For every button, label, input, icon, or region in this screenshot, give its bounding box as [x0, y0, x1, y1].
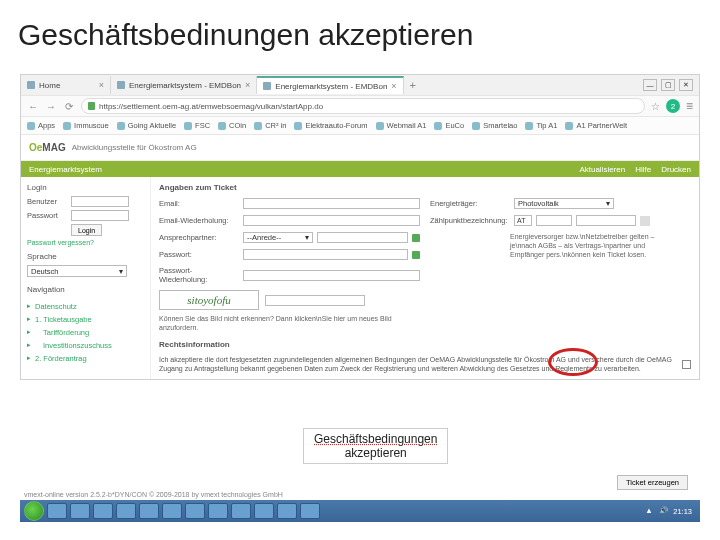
sidebar-item-data[interactable]: Datenschutz — [27, 300, 144, 313]
bookmark-label: FSC — [195, 121, 210, 130]
chevron-down-icon: ▾ — [119, 267, 123, 276]
language-select[interactable]: Deutsch▾ — [27, 265, 127, 277]
forward-button[interactable]: → — [45, 100, 57, 112]
chevron-down-icon: ▾ — [606, 199, 610, 208]
window-max-button[interactable]: ▢ — [661, 79, 675, 91]
tab-home[interactable]: Home× — [21, 76, 111, 94]
menu-icon[interactable]: ≡ — [686, 99, 693, 113]
window-min-button[interactable]: — — [643, 79, 657, 91]
taskbar-item[interactable] — [116, 503, 136, 519]
bookmark-label: Webmail A1 — [387, 121, 427, 130]
select-energietraeger[interactable]: Photovoltaik▾ — [514, 198, 614, 209]
browser-window: Home× Energiemarktsystem - EMDBon× Energ… — [20, 74, 700, 380]
tab-emd2-active[interactable]: Energiemarktsystem - EMDBon× — [257, 76, 403, 94]
taskbar-item[interactable] — [93, 503, 113, 519]
valid-icon — [412, 251, 420, 259]
bookmark-item[interactable]: Elektraauto-Forum — [294, 121, 367, 130]
url-input[interactable]: https://settlement.oem-ag.at/emwebsoemag… — [81, 98, 645, 114]
taskbar-item[interactable] — [277, 503, 297, 519]
label-pass: Passwort — [27, 211, 67, 220]
input-ticket-pass[interactable] — [243, 249, 408, 260]
link-print[interactable]: Drucken — [661, 165, 691, 174]
select-anrede[interactable]: --Anrede--▾ — [243, 232, 313, 243]
tray-icon[interactable]: ▲ — [645, 506, 655, 516]
checkbox-accept-terms[interactable] — [682, 360, 691, 369]
tray-icon[interactable]: 🔊 — [659, 506, 669, 516]
navbar-title: Energiemarktsystem — [29, 165, 102, 174]
tab-emd1[interactable]: Energiemarktsystem - EMDBon× — [111, 76, 257, 94]
reload-button[interactable]: ⟳ — [63, 100, 75, 112]
link-refresh[interactable]: Aktualisieren — [579, 165, 625, 174]
input-zp-1[interactable] — [536, 215, 572, 226]
login-button[interactable]: Login — [71, 224, 102, 236]
taskbar-item[interactable] — [231, 503, 251, 519]
start-button[interactable] — [24, 501, 44, 521]
bookmark-item[interactable]: Immuscue — [63, 121, 109, 130]
taskbar-item[interactable] — [254, 503, 274, 519]
input-pass[interactable] — [71, 210, 129, 221]
extension-icon[interactable]: 2 — [666, 99, 680, 113]
tab-label: Energiemarktsystem - EMDBon — [129, 81, 241, 90]
tab-label: Home — [39, 81, 60, 90]
taskbar-item[interactable] — [47, 503, 67, 519]
close-icon[interactable]: × — [245, 80, 250, 90]
bookmark-item[interactable]: Webmail A1 — [376, 121, 427, 130]
bookmark-item[interactable]: COin — [218, 121, 246, 130]
label-zaehlpunkt: Zählpunktbezeichnung: — [430, 216, 510, 225]
bookmark-star-icon[interactable]: ☆ — [651, 101, 660, 112]
address-bar: ← → ⟳ https://settlement.oem-ag.at/emweb… — [21, 95, 699, 117]
bookmark-label: EuCo — [445, 121, 464, 130]
sidebar-item-ticket[interactable]: 1. Ticketausgabe — [27, 313, 144, 326]
back-button[interactable]: ← — [27, 100, 39, 112]
bookmark-icon — [525, 122, 533, 130]
label-ansprech: Ansprechpartner: — [159, 233, 239, 242]
clock[interactable]: 21:13 — [673, 507, 692, 516]
link-help[interactable]: Hilfe — [635, 165, 651, 174]
forgot-password-link[interactable]: Passwort vergessen? — [27, 239, 144, 246]
bookmark-label: CR² in — [265, 121, 286, 130]
input-email[interactable] — [243, 198, 420, 209]
chevron-down-icon: ▾ — [305, 233, 309, 242]
bookmark-item[interactable]: Going Aktuelle — [117, 121, 176, 130]
taskbar-item[interactable] — [300, 503, 320, 519]
create-ticket-button[interactable]: Ticket erzeugen — [617, 475, 688, 490]
captcha-help-text[interactable]: Können Sie das Bild nicht erkennen? Dann… — [159, 314, 420, 332]
bookmark-item[interactable]: FSC — [184, 121, 210, 130]
annotation-callout: Geschäftsbedingungen akzeptieren — [303, 428, 448, 464]
taskbar-item[interactable] — [139, 503, 159, 519]
slide-title: Geschäftsbedinungen akzeptieren — [18, 18, 720, 52]
input-user[interactable] — [71, 196, 129, 207]
bookmark-icon — [376, 122, 384, 130]
page-header: OeMAG Abwicklungsstelle für Ökostrom AG — [21, 135, 699, 161]
favicon — [263, 82, 271, 90]
sidebar-item-invest[interactable]: Investitionszuschuss — [27, 339, 144, 352]
sidebar-item-tarif[interactable]: Tarifförderung — [27, 326, 144, 339]
taskbar-item[interactable] — [185, 503, 205, 519]
input-ansprech[interactable] — [317, 232, 408, 243]
bookmark-item[interactable]: CR² in — [254, 121, 286, 130]
bookmark-item[interactable]: EuCo — [434, 121, 464, 130]
close-icon[interactable]: × — [99, 80, 104, 90]
input-zp-prefix[interactable]: AT — [514, 215, 532, 226]
taskbar-item[interactable] — [208, 503, 228, 519]
bookmark-item[interactable]: Smartelao — [472, 121, 517, 130]
sidebar-item-antrag[interactable]: 2. Förderantrag — [27, 352, 144, 365]
bookmark-icon — [218, 122, 226, 130]
input-ticket-pass-conf[interactable] — [243, 270, 420, 281]
bookmarks-bar: Apps Immuscue Going Aktuelle FSC COin CR… — [21, 117, 699, 135]
bookmark-item[interactable]: A1 PartnerWelt — [565, 121, 627, 130]
taskbar-item[interactable] — [162, 503, 182, 519]
taskbar-item[interactable] — [70, 503, 90, 519]
input-captcha[interactable] — [265, 295, 365, 306]
close-icon[interactable]: × — [391, 81, 396, 91]
url-text: https://settlement.oem-ag.at/emwebsoemag… — [99, 102, 323, 111]
annotation-line1: Geschäftsbedingungen — [314, 432, 437, 446]
bookmark-item[interactable]: Tip A1 — [525, 121, 557, 130]
window-close-button[interactable]: ✕ — [679, 79, 693, 91]
input-zp-2[interactable] — [576, 215, 636, 226]
bookmark-apps[interactable]: Apps — [27, 121, 55, 130]
new-tab-button[interactable]: + — [404, 79, 422, 91]
input-email-conf[interactable] — [243, 215, 420, 226]
terms-row: Ich akzeptiere die dort festgesetzten zu… — [159, 355, 691, 373]
calendar-icon[interactable] — [640, 216, 650, 226]
